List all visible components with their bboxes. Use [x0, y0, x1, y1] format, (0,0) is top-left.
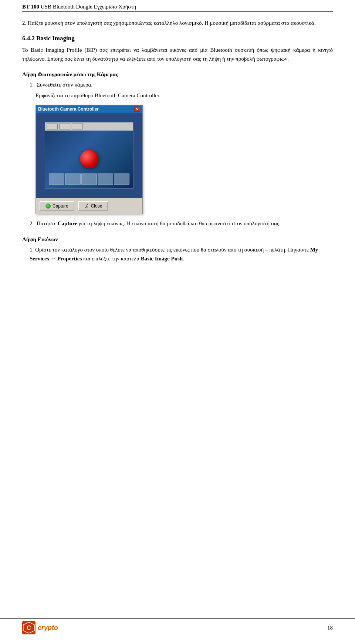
step3-text-part3: .	[183, 256, 184, 262]
camera-view-inner	[45, 122, 133, 189]
grid-bar-5	[114, 173, 129, 185]
step1-indented: Εμφανίζεται το παράθυρο Bluetooth Camera…	[36, 91, 333, 100]
svg-line-1	[87, 205, 87, 206]
step2-num: 2.	[30, 220, 34, 226]
bcc-title: Bluetooth Camera Controller	[38, 107, 99, 112]
step2-text-part1: Πατήστε	[37, 220, 58, 226]
capture-label: Capture	[53, 203, 68, 209]
step2-text-part2: για τη λήψη εικόνας. Η εικόνα αυτή θα με…	[77, 220, 281, 226]
bcc-window: Bluetooth Camera Controller ✕	[36, 105, 143, 214]
toolbar-btn-2[interactable]	[59, 124, 70, 129]
svg-line-4	[87, 207, 88, 208]
grid-bar-3	[81, 173, 97, 185]
footer-logo: C crypto	[22, 621, 58, 634]
close-label: Close	[91, 203, 102, 209]
crypto-logo-icon: C	[22, 621, 36, 634]
sub-heading-photos: Λήψη Φωτογραφιών μέσω της Κάμερας	[22, 71, 333, 78]
grid-bar-4	[98, 173, 113, 185]
step3-num: 1.	[30, 247, 34, 253]
page-header: BT 100 USB Bluetooth Dongle Εγχειρίδιο Χ…	[22, 0, 333, 12]
step1-num: 1.	[30, 82, 34, 88]
step3-item: 1.Ορίστε τον κατάλογο στον οποίο θέλετε …	[30, 246, 333, 263]
step2-bold: Capture	[58, 220, 77, 226]
header-title: BT 100 USB Bluetooth Dongle Εγχειρίδιο Χ…	[22, 4, 136, 10]
page-footer: C crypto 18	[0, 618, 355, 637]
section2-para1: 2. Παίξτε μουσική στον υπολογιστή σας χρ…	[22, 19, 333, 27]
step2-item: 2. Πατήστε Capture για τη λήψη εικόνας. …	[30, 219, 333, 228]
bcc-button-bar: Capture Close	[36, 198, 142, 214]
close-icon	[84, 203, 89, 209]
sub-heading-images: Λήψη Εικόνων	[22, 236, 333, 243]
svg-line-6	[86, 207, 87, 208]
svg-point-0	[87, 204, 88, 205]
bcc-close-button[interactable]: ✕	[134, 107, 140, 112]
camera-red-ball	[80, 150, 98, 168]
toolbar-btn-1[interactable]	[47, 124, 58, 129]
header-bold: BT 100	[22, 4, 39, 10]
grid-bar-2	[65, 173, 81, 185]
toolbar-btn-3[interactable]	[72, 124, 83, 129]
svg-line-3	[87, 206, 87, 207]
step3-text-part1: Ορίστε τον κατάλογο στον οποίο θέλετε να…	[35, 247, 310, 253]
page-number: 18	[327, 625, 333, 631]
page-wrapper: BT 100 USB Bluetooth Dongle Εγχειρίδιο Χ…	[0, 0, 355, 644]
capture-icon	[45, 203, 51, 209]
svg-text:C: C	[27, 625, 31, 631]
step1-text: Συνδεθείτε στην κάμερα.	[37, 82, 92, 88]
capture-button[interactable]: Capture	[40, 201, 74, 211]
step3-text-part2: και επιλέξτε την καρτέλα	[82, 256, 141, 262]
footer-logo-text: crypto	[38, 624, 58, 632]
step3-bold2: Properties	[57, 256, 82, 262]
step3-arrow: →	[50, 255, 56, 262]
close-button[interactable]: Close	[78, 201, 108, 211]
step1-item: 1. Συνδεθείτε στην κάμερα.	[30, 81, 333, 89]
section-heading: 6.4.2 Basic Imaging	[22, 35, 333, 42]
step3-bold3: Basic Image Push	[141, 256, 183, 262]
bcc-camera-view	[36, 113, 142, 198]
intro-para: To Basic Imaging Profile (BIP) σας επιτρ…	[22, 46, 333, 63]
grid-bar-1	[49, 173, 64, 185]
header-rest: USB Bluetooth Dongle Εγχειρίδιο Χρήστη	[39, 4, 136, 10]
camera-grid	[49, 173, 129, 185]
bcc-titlebar: Bluetooth Camera Controller ✕	[36, 105, 142, 113]
camera-toolbar	[45, 122, 133, 131]
